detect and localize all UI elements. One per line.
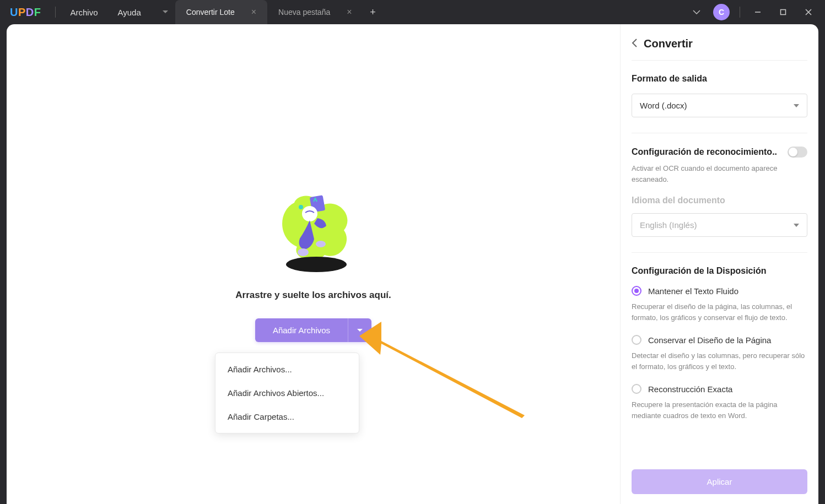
maximize-button[interactable] xyxy=(771,1,795,23)
chevron-down-icon[interactable] xyxy=(686,1,708,23)
sidebar-header: Convertir xyxy=(632,37,807,50)
ocr-label: Configuración de reconocimiento.. xyxy=(632,147,777,157)
svg-point-6 xyxy=(316,241,326,247)
titlebar: UPDF Archivo Ayuda Convertir Lote × Nuev… xyxy=(0,0,825,24)
radio-desc: Recuperar el diseño de la página, las co… xyxy=(632,301,807,323)
menu-file[interactable]: Archivo xyxy=(60,8,107,17)
layout-radio-group: Mantener el Texto Fluido Recuperar el di… xyxy=(632,286,807,421)
radio-label: Conservar el Diseño de la Página xyxy=(648,335,771,345)
chevron-left-icon xyxy=(632,39,637,47)
add-files-dropdown-toggle[interactable] xyxy=(348,318,371,342)
caret-down-icon xyxy=(794,104,799,107)
radio-row-flowing[interactable]: Mantener el Texto Fluido xyxy=(632,286,807,296)
select-value: English (Inglés) xyxy=(640,220,697,230)
tab-label: Nueva pestaña xyxy=(278,8,330,17)
radio-label: Reconstrucción Exacta xyxy=(648,384,732,394)
add-files-dropdown-menu: Añadir Archivos... Añadir Archivos Abier… xyxy=(215,353,359,433)
svg-point-5 xyxy=(298,248,309,256)
app-logo: UPDF xyxy=(0,6,51,19)
close-icon[interactable]: × xyxy=(251,7,256,17)
tab-label: Convertir Lote xyxy=(186,8,235,17)
apply-bar: Aplicar xyxy=(621,459,818,504)
tab-new[interactable]: Nueva pestaña × xyxy=(267,0,363,24)
svg-point-7 xyxy=(299,205,303,209)
ocr-row: Configuración de reconocimiento.. xyxy=(632,147,807,158)
apply-button[interactable]: Aplicar xyxy=(632,469,807,494)
radio-desc: Recupere la presentación exacta de la pá… xyxy=(632,399,807,421)
svg-rect-1 xyxy=(781,10,786,15)
sidebar-title: Convertir xyxy=(644,37,693,50)
svg-point-4 xyxy=(302,206,317,221)
divider xyxy=(632,60,807,61)
divider xyxy=(632,133,807,133)
add-tab-button[interactable]: + xyxy=(363,2,383,22)
caret-down-icon xyxy=(794,224,799,227)
document-language-select[interactable]: English (Inglés) xyxy=(632,213,807,237)
radio-label: Mantener el Texto Fluido xyxy=(648,286,738,296)
radio-row-preserve[interactable]: Conservar el Diseño de la Página xyxy=(632,335,807,345)
workspace: Arrastre y suelte los archivos aquí. Aña… xyxy=(7,24,818,504)
close-button[interactable] xyxy=(796,1,821,23)
tab-row: Convertir Lote × Nueva pestaña × + xyxy=(158,0,686,24)
dropzone-illustration xyxy=(267,186,360,274)
document-language-label: Idioma del documento xyxy=(632,196,807,205)
main-area: Arrastre y suelte los archivos aquí. Aña… xyxy=(7,24,620,504)
menu-help[interactable]: Ayuda xyxy=(108,8,151,17)
dropzone-text: Arrastre y suelte los archivos aquí. xyxy=(235,290,391,301)
select-value: Word (.docx) xyxy=(640,101,687,110)
output-format-label: Formato de salida xyxy=(632,74,807,84)
add-files-button-group: Añadir Archivos xyxy=(255,318,371,342)
svg-point-2 xyxy=(286,257,347,272)
tab-convert-batch[interactable]: Convertir Lote × xyxy=(175,0,267,24)
minimize-button[interactable] xyxy=(746,1,770,23)
annotation-arrow-icon xyxy=(359,316,536,421)
radio-preserve[interactable] xyxy=(632,335,641,345)
ocr-description: Activar el OCR cuando el documento apare… xyxy=(632,163,807,185)
tab-list-dropdown-icon[interactable] xyxy=(158,4,173,20)
radio-flowing[interactable] xyxy=(632,286,641,296)
divider xyxy=(740,7,740,18)
output-format-select[interactable]: Word (.docx) xyxy=(632,94,807,117)
radio-exact[interactable] xyxy=(632,384,641,394)
layout-config-label: Configuración de la Disposición xyxy=(632,266,807,276)
convert-sidebar: Convertir Formato de salida Word (.docx)… xyxy=(620,24,818,504)
close-icon[interactable]: × xyxy=(347,7,352,17)
avatar[interactable]: C xyxy=(713,4,730,20)
menu-item-add-files[interactable]: Añadir Archivos... xyxy=(215,357,359,381)
divider xyxy=(632,252,807,253)
back-button[interactable] xyxy=(632,39,637,50)
radio-row-exact[interactable]: Reconstrucción Exacta xyxy=(632,384,807,394)
add-files-button[interactable]: Añadir Archivos xyxy=(255,318,348,342)
divider xyxy=(55,7,56,18)
radio-desc: Detectar el diseño y las columnas, pero … xyxy=(632,350,807,372)
caret-down-icon xyxy=(357,329,363,332)
window-controls: C xyxy=(686,1,825,23)
ocr-toggle[interactable] xyxy=(788,147,807,158)
menu-item-add-folders[interactable]: Añadir Carpetas... xyxy=(215,405,359,429)
menu-item-add-open-files[interactable]: Añadir Archivos Abiertos... xyxy=(215,381,359,405)
